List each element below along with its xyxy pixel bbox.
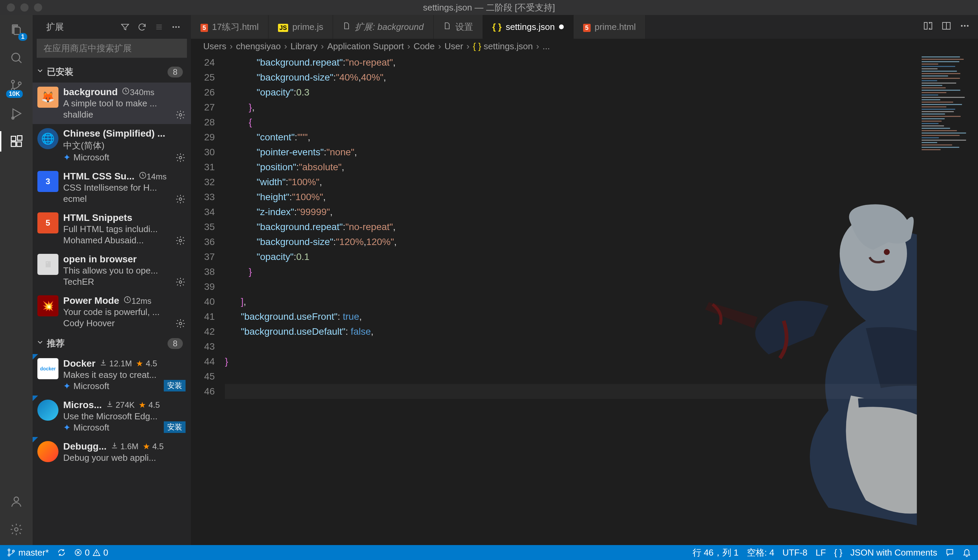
svg-point-10: [15, 528, 18, 531]
problems-status[interactable]: 0 0: [74, 547, 108, 558]
section-recommended[interactable]: 推荐 8: [33, 333, 191, 354]
crumb[interactable]: Code: [413, 41, 435, 52]
indent-status[interactable]: 空格: 4: [747, 547, 775, 558]
minimize-window-icon[interactable]: [20, 3, 28, 12]
install-button[interactable]: 安装: [164, 380, 185, 392]
ext-gear-icon[interactable]: [175, 277, 185, 287]
tab-settings.json[interactable]: { }settings.json: [483, 15, 574, 39]
ext-item[interactable]: Debugg... 1.6M ★ 4.5 Debug your web appl…: [33, 437, 191, 468]
settings-gear-icon[interactable]: [7, 521, 25, 538]
ext-item[interactable]: 3 HTML CSS Su...14ms CSS Intellisense fo…: [33, 167, 191, 208]
account-icon[interactable]: [7, 493, 25, 510]
line-number: 45: [191, 369, 215, 384]
ext-item[interactable]: Micros... 274K ★ 4.5 Use the Microsoft E…: [33, 395, 191, 437]
extensions-icon[interactable]: [7, 133, 25, 150]
crumb[interactable]: User: [445, 41, 463, 52]
eol-status[interactable]: LF: [816, 547, 826, 558]
explorer-icon[interactable]: 1: [7, 21, 25, 39]
line-number: 43: [191, 339, 215, 354]
ext-icon: docker: [37, 358, 58, 379]
install-button[interactable]: 安装: [164, 422, 185, 433]
tab-设置[interactable]: 设置: [433, 15, 483, 39]
zoom-window-icon[interactable]: [34, 3, 42, 12]
search-icon[interactable]: [7, 49, 25, 67]
ext-icon: 💥: [37, 295, 58, 317]
recommended-label: 推荐: [47, 337, 165, 349]
svg-point-25: [961, 25, 963, 27]
section-installed[interactable]: 已安装 8: [33, 61, 191, 83]
code-line: ],: [225, 294, 917, 309]
code-line: "opacity":0.1: [225, 249, 917, 264]
breadcrumb[interactable]: Users›chengsiyao›Library›Application Sup…: [191, 39, 978, 54]
compare-icon[interactable]: [923, 21, 933, 33]
svg-point-13: [178, 26, 180, 28]
recommend-corner-icon: [33, 354, 38, 360]
sync-icon[interactable]: [57, 548, 66, 557]
refresh-icon[interactable]: [137, 21, 147, 33]
bell-icon[interactable]: [962, 548, 971, 557]
ext-name: Docker: [63, 358, 95, 369]
crumb[interactable]: chengsiyao: [236, 41, 281, 52]
feedback-icon[interactable]: [945, 548, 954, 557]
line-number: 33: [191, 190, 215, 205]
editor-area: 517练习.htmlJSprime.js扩展: background设置{ }s…: [191, 15, 978, 545]
code-line: [225, 369, 917, 384]
cursor-position[interactable]: 行 46，列 1: [693, 547, 739, 558]
extension-search-input[interactable]: 在应用商店中搜索扩展: [37, 39, 187, 58]
tab-17练习.html[interactable]: 517练习.html: [191, 15, 268, 39]
crumb[interactable]: ...: [543, 41, 550, 52]
verified-icon: ✦: [63, 422, 71, 433]
ext-publisher: TechER: [63, 277, 185, 287]
ext-gear-icon[interactable]: [175, 194, 185, 204]
crumb[interactable]: Application Support: [327, 41, 404, 52]
ext-downloads: 274K: [106, 400, 135, 410]
ext-gear-icon[interactable]: [175, 318, 185, 328]
ext-gear-icon[interactable]: [175, 235, 185, 246]
ext-icon: 3: [37, 171, 58, 192]
tab-more-icon[interactable]: [960, 21, 970, 33]
split-editor-icon[interactable]: [941, 21, 951, 33]
source-control-icon[interactable]: 10K: [7, 77, 25, 95]
ext-item[interactable]: 5 HTML Snippets Full HTML tags includi..…: [33, 208, 191, 250]
ext-publisher: ecmel: [63, 194, 185, 204]
tab-prime.js[interactable]: JSprime.js: [268, 15, 333, 39]
tab-扩展: background[interactable]: 扩展: background: [333, 15, 433, 39]
crumb[interactable]: Users: [203, 41, 226, 52]
crumb[interactable]: Library: [290, 41, 317, 52]
line-number: 42: [191, 324, 215, 339]
tab-label: 设置: [455, 21, 473, 33]
ext-icon: 🦊: [37, 87, 58, 108]
ext-item[interactable]: 💥 Power Mode12ms Your code is powerful, …: [33, 291, 191, 333]
collapse-icon[interactable]: [154, 21, 164, 33]
window-title: settings.json — 二阶段 [不受支持]: [423, 2, 555, 13]
line-number: 36: [191, 235, 215, 249]
code-line: "background.repeat":"no-repeat",: [225, 55, 917, 70]
svg-point-18: [179, 198, 182, 200]
branch-status[interactable]: master*: [7, 547, 49, 558]
code-line: "background-size":"40%,40%",: [225, 70, 917, 85]
svg-point-0: [12, 53, 20, 61]
line-number: 34: [191, 205, 215, 220]
filter-icon[interactable]: [120, 21, 130, 33]
ext-item[interactable]: 🖥 open in browser This allows you to ope…: [33, 250, 191, 291]
svg-point-3: [18, 82, 21, 85]
minimap[interactable]: [917, 54, 978, 545]
language-status[interactable]: { } JSON with Comments: [834, 547, 937, 558]
ext-gear-icon[interactable]: [175, 153, 185, 163]
code-content[interactable]: "background.repeat":"no-repeat", "backgr…: [225, 54, 917, 545]
run-debug-icon[interactable]: [7, 105, 25, 122]
line-number: 25: [191, 70, 215, 85]
tab-prime.html[interactable]: 5prime.html: [574, 15, 646, 39]
ext-item[interactable]: docker Docker 12.1M ★ 4.5 Makes it easy …: [33, 354, 191, 395]
ext-item[interactable]: 🌐 Chinese (Simplified) ... 中文(简体) ✦Micro…: [33, 124, 191, 167]
more-icon[interactable]: [171, 21, 181, 33]
ext-publisher: Cody Hoover: [63, 318, 185, 328]
svg-point-20: [179, 281, 182, 283]
recommend-corner-icon: [33, 437, 38, 442]
crumb[interactable]: { } settings.json: [473, 41, 533, 52]
encoding-status[interactable]: UTF-8: [782, 547, 807, 558]
code-line: [225, 384, 917, 399]
ext-gear-icon[interactable]: [175, 110, 185, 120]
close-window-icon[interactable]: [7, 3, 15, 12]
ext-item[interactable]: 🦊 background340ms A simple tool to make …: [33, 83, 191, 124]
